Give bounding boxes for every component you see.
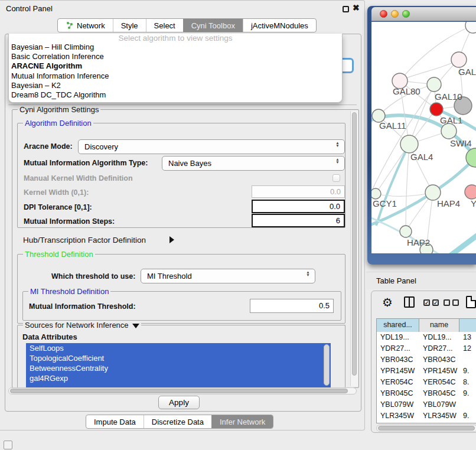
tab-select[interactable]: Select <box>146 19 183 32</box>
control-panel-window: Control Panel ✖ NetworkStyleSelectCyni T… <box>0 0 365 431</box>
network-canvas[interactable]: GALGAL80GAL10GAL11GAL1SWI4GAL4GCY1HAP4YH… <box>371 22 476 253</box>
table-cell: YBL079W <box>419 399 459 410</box>
hub-section-label[interactable]: Hub/Transcription Factor Definition <box>23 236 146 244</box>
collapse-down-icon <box>132 324 139 328</box>
zoom-traffic-light[interactable] <box>402 10 410 18</box>
attributes-scrollbar[interactable] <box>324 344 330 386</box>
select-all-checkbox-icon[interactable]: ✓ <box>423 299 430 306</box>
column-header-2[interactable] <box>459 319 476 332</box>
table-cell <box>459 354 476 366</box>
table-toolbar: ⚙ ✓ ✓ <box>371 295 476 312</box>
tab-network[interactable]: Network <box>58 19 113 32</box>
deselect-all-checkbox-icon[interactable] <box>444 299 450 306</box>
node-label-gal80: GAL80 <box>393 86 420 96</box>
algorithm-option-dream8-dc-tdc-algorithm[interactable]: Dream8 DC_TDC Algorithm <box>9 90 342 100</box>
table-panel-title: Table Panel <box>376 276 416 285</box>
tab-discretize-data[interactable]: Discretize Data <box>144 415 211 428</box>
minimize-traffic-light[interactable] <box>391 10 399 18</box>
attribute-item-gal4rgexp[interactable]: gal4RGexp <box>26 373 331 383</box>
table-row[interactable]: YBR045CYBR045C9. <box>377 388 476 399</box>
table-rows: YDL19...YDL19...13YDR27...YDR27...12YBR0… <box>377 332 476 423</box>
network-node[interactable] <box>430 103 443 116</box>
attribute-item-topologicalcoefficient[interactable]: TopologicalCoefficient <box>26 353 331 363</box>
algorithm-option-bayesian-k2[interactable]: Bayesian – K2 <box>9 81 342 90</box>
settings-horizontal-scrollbar[interactable] <box>8 387 357 394</box>
gear-icon[interactable]: ⚙ <box>382 295 393 309</box>
collapsed-panel-icon[interactable] <box>4 441 12 449</box>
mi-steps-field[interactable]: 6 <box>252 214 345 227</box>
kernel-width-field: 0.0 <box>252 185 345 198</box>
hidden-group-border <box>8 105 357 105</box>
manual-kernel-checkbox[interactable] <box>332 174 340 182</box>
tab-impute-data[interactable]: Impute Data <box>86 415 144 428</box>
table-row[interactable]: YBL079WYBL079W <box>377 399 476 410</box>
select-all-checkbox-icon[interactable]: ✓ <box>432 299 439 306</box>
mi-steps-label: Mutual Information Steps: <box>24 217 115 226</box>
algorithm-dropdown-popup: Select algorithm to view settings Bayesi… <box>8 34 343 103</box>
table-cell: YER054C <box>419 377 459 388</box>
threshold-definition-group: Threshold Definition Which threshold to … <box>17 254 345 324</box>
network-node[interactable] <box>451 52 467 67</box>
new-table-icon[interactable] <box>466 296 476 308</box>
attribute-item-selfloops[interactable]: SelfLoops <box>26 343 331 353</box>
float-window-icon[interactable] <box>343 6 349 12</box>
network-icon <box>66 21 74 30</box>
column-header-shared[interactable]: shared... <box>377 319 419 332</box>
network-node[interactable] <box>465 22 476 33</box>
sources-title[interactable]: Sources for Network Inference <box>23 321 141 330</box>
table-row[interactable]: YER054CYER054C8. <box>377 377 476 388</box>
screen: Control Panel ✖ NetworkStyleSelectCyni T… <box>0 0 476 450</box>
network-node[interactable] <box>465 185 476 199</box>
columns-icon[interactable] <box>404 296 415 308</box>
tab-cyni-toolbox[interactable]: Cyni Toolbox <box>183 19 243 32</box>
close-icon[interactable]: ✖ <box>353 3 360 12</box>
tab-jactivemnodules[interactable]: jActiveMNodules <box>243 19 316 32</box>
teal-edges <box>371 109 476 253</box>
network-node[interactable] <box>371 188 381 199</box>
tab-style[interactable]: Style <box>113 19 146 32</box>
deselect-all-checkbox-icon[interactable] <box>452 299 459 306</box>
table-cell: YBR045C <box>377 388 419 399</box>
which-threshold-select[interactable]: MI Threshold ▲▼ <box>141 269 315 283</box>
node-table[interactable]: shared...name YDL19...YDL19...13YDR27...… <box>376 318 476 423</box>
cyni-bottom-tabbar: Impute DataDiscretize DataInfer Network <box>86 415 273 429</box>
algorithm-option-aracne-algorithm[interactable]: ARACNE Algorithm <box>9 61 342 71</box>
algorithm-option-basic-correlation-inference[interactable]: Basic Correlation Inference <box>9 52 342 61</box>
table-row[interactable]: YPR145WYPR145W9. <box>377 366 476 377</box>
table-row[interactable]: YDR27...YDR27...12 <box>377 343 476 354</box>
table-panel: ⚙ ✓ ✓ shared...name YDL19...YDL19...13YD… <box>371 291 476 433</box>
algorithm-option-bayesian-hill-climbing[interactable]: Bayesian – Hill Climbing <box>9 43 342 52</box>
table-cell: YLR345W <box>377 410 419 422</box>
settings-vertical-scrollbar[interactable] <box>350 111 358 386</box>
spinner-arrows-icon: ▲▼ <box>335 142 340 147</box>
table-row[interactable]: YIL052CYIL052C9. <box>377 422 476 423</box>
table-row[interactable]: YLR345WYLR345W9. <box>377 410 476 422</box>
mi-threshold-field[interactable]: 0.5 <box>250 299 334 313</box>
data-attributes-list[interactable]: SelfLoopsTopologicalCoefficientBetweenne… <box>26 343 331 389</box>
mi-algorithm-type-select[interactable]: Naive Bayes ▲▼ <box>162 156 345 171</box>
table-row[interactable]: YBR043CYBR043C <box>377 354 476 366</box>
table-cell: YBR043C <box>419 354 459 366</box>
table-horizontal-scrollbar[interactable] <box>376 425 476 432</box>
table-row[interactable]: YDL19...YDL19...13 <box>377 332 476 343</box>
table-cell: 9. <box>459 388 476 399</box>
close-traffic-light[interactable] <box>380 10 387 18</box>
control-panel-tabbar: NetworkStyleSelectCyni ToolboxjActiveMNo… <box>57 18 317 32</box>
dpi-tolerance-field[interactable]: 0.0 <box>252 200 345 213</box>
aracne-mode-select[interactable]: Discovery ▲▼ <box>78 139 345 154</box>
node-label-gal: GAL <box>458 67 476 77</box>
column-header-name[interactable]: name <box>419 319 459 332</box>
network-node[interactable] <box>400 226 412 237</box>
network-node[interactable] <box>441 123 457 139</box>
algorithm-option-mutual-information-inference[interactable]: Mutual Information Inference <box>9 71 342 81</box>
aracne-mode-label: Aracne Mode: <box>24 142 73 151</box>
network-node[interactable] <box>400 135 418 153</box>
tab-infer-network[interactable]: Infer Network <box>211 415 273 428</box>
expand-right-icon[interactable] <box>169 236 174 243</box>
table-cell: YLR345W <box>419 410 459 422</box>
apply-button[interactable]: Apply <box>158 396 200 409</box>
network-window-titlebar[interactable] <box>371 7 476 21</box>
attribute-item-betweennesscentrality[interactable]: BetweennessCentrality <box>26 363 331 373</box>
table-cell <box>459 399 476 410</box>
network-node[interactable] <box>427 77 441 92</box>
